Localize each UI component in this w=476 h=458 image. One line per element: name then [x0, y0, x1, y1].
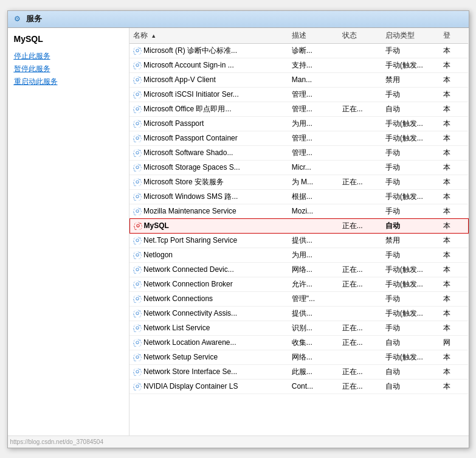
service-gear-icon [133, 178, 142, 186]
cell-startup: 手动 [382, 160, 440, 175]
service-name-text: Network Setup Service [143, 353, 218, 361]
cell-name: Network Store Interface Se... [129, 364, 288, 379]
sidebar-service-name: MySQL [14, 34, 123, 44]
cell-log: 本 [440, 102, 468, 116]
table-row[interactable]: Network Connection Broker允许...正在...手动(触发… [129, 277, 468, 291]
cell-desc: Cont... [288, 379, 339, 394]
table-row[interactable]: Microsoft (R) 诊断中心标准...诊断...手动本 [129, 43, 468, 58]
cell-status [339, 189, 382, 204]
cell-log: 本 [440, 160, 468, 175]
col-header-startup[interactable]: 启动类型 [382, 28, 440, 44]
cell-name: Microsoft Windows SMS 路... [129, 189, 288, 204]
cell-log: 本 [440, 145, 468, 160]
restart-service-link[interactable]: 重启动此服务 [14, 77, 123, 87]
table-row[interactable]: Microsoft Software Shado...管理...手动本 [129, 145, 468, 160]
cell-name: NVIDIA Display Container LS [129, 379, 288, 394]
cell-startup: 自动 [382, 218, 440, 233]
table-row[interactable]: Net.Tcp Port Sharing Service提供...禁用本 [129, 233, 468, 248]
cell-log: 本 [440, 218, 468, 233]
cell-status [339, 204, 382, 218]
cell-log: 本 [440, 350, 468, 364]
cell-log: 本 [440, 58, 468, 72]
table-row[interactable]: Network List Service识别...正在...手动本 [129, 321, 468, 335]
cell-startup: 手动(触发... [382, 116, 440, 131]
cell-desc: 此服... [288, 364, 339, 379]
cell-desc: 管理... [288, 87, 339, 102]
cell-startup: 禁用 [382, 233, 440, 248]
service-gear-icon [133, 75, 142, 84]
service-name-text: Microsoft Software Shado... [143, 148, 233, 157]
cell-log: 本 [440, 291, 468, 306]
table-row[interactable]: MySQL正在...自动本 [129, 218, 468, 233]
cell-status [339, 248, 382, 262]
service-name-text: Netlogon [143, 251, 173, 259]
service-gear-icon [133, 163, 142, 172]
service-gear-icon [133, 353, 142, 361]
service-name-text: Microsoft Passport [143, 119, 204, 128]
cell-status: 正在... [339, 335, 382, 350]
table-row[interactable]: Microsoft Passport为用...手动(触发...本 [129, 116, 468, 131]
cell-log: 本 [440, 277, 468, 291]
table-row[interactable]: Microsoft Store 安装服务为 M...正在...手动本 [129, 175, 468, 189]
table-scroll[interactable]: 名称 ▲ 描述 状态 启动类型 [129, 28, 469, 435]
col-header-status[interactable]: 状态 [339, 28, 382, 44]
cell-name: Net.Tcp Port Sharing Service [129, 233, 288, 248]
service-name-text: NVIDIA Display Container LS [143, 382, 238, 390]
cell-desc: 管理... [288, 145, 339, 160]
pause-service-link[interactable]: 暂停此服务 [14, 64, 123, 74]
cell-log: 网 [440, 335, 468, 350]
col-header-name[interactable]: 名称 ▲ [129, 28, 288, 44]
cell-log: 本 [440, 43, 468, 58]
table-row[interactable]: Network Setup Service网络...手动(触发...本 [129, 350, 468, 364]
table-row[interactable]: Network Connectivity Assis...提供...手动(触发.… [129, 306, 468, 321]
table-row[interactable]: NVIDIA Display Container LSCont...正在...自… [129, 379, 468, 394]
service-gear-icon [133, 294, 142, 303]
table-row[interactable]: Network Store Interface Se...此服...正在...自… [129, 364, 468, 379]
cell-name: Microsoft iSCSI Initiator Ser... [129, 87, 288, 102]
cell-startup: 手动 [382, 248, 440, 262]
table-row[interactable]: Microsoft App-V ClientMan...禁用本 [129, 72, 468, 87]
table-row[interactable]: Microsoft Passport Container管理...手动(触发..… [129, 131, 468, 145]
table-row[interactable]: Microsoft Office 即点即用...管理...正在...自动本 [129, 102, 468, 116]
cell-startup: 手动 [382, 87, 440, 102]
service-name-text: Microsoft Store 安装服务 [143, 178, 224, 186]
service-gear-icon [133, 61, 142, 69]
table-row[interactable]: Mozilla Maintenance ServiceMozi...手动本 [129, 204, 468, 218]
table-row[interactable]: Microsoft Storage Spaces S...Micr...手动本 [129, 160, 468, 175]
table-row[interactable]: Microsoft Account Sign-in ...支持...手动(触发.… [129, 58, 468, 72]
table-row[interactable]: Network Location Awarene...收集...正在...自动网 [129, 335, 468, 350]
cell-desc: Man... [288, 72, 339, 87]
cell-status [339, 306, 382, 321]
service-name-text: Network Connectivity Assis... [143, 309, 237, 317]
cell-name: Network List Service [129, 321, 288, 335]
service-gear-icon [133, 105, 142, 113]
cell-status [339, 72, 382, 87]
service-gear-icon [133, 309, 142, 317]
service-gear-icon [133, 251, 142, 259]
col-header-log[interactable]: 登 [440, 28, 468, 44]
cell-log: 本 [440, 321, 468, 335]
cell-desc [288, 218, 339, 233]
table-row[interactable]: Network Connected Devic...网络...正在...手动(触… [129, 262, 468, 277]
cell-desc: 诊断... [288, 43, 339, 58]
cell-startup: 自动 [382, 102, 440, 116]
table-row[interactable]: Microsoft Windows SMS 路...根据...手动(触发...本 [129, 189, 468, 204]
cell-status: 正在... [339, 102, 382, 116]
cell-desc: 管理"... [288, 291, 339, 306]
cell-name: Network Setup Service [129, 350, 288, 364]
service-name-text: Microsoft Office 即点即用... [143, 105, 231, 113]
col-header-desc[interactable]: 描述 [288, 28, 339, 44]
table-row[interactable]: Network Connections管理"...手动本 [129, 291, 468, 306]
cell-name: Microsoft Software Shado... [129, 145, 288, 160]
cell-name: Microsoft Office 即点即用... [129, 102, 288, 116]
table-row[interactable]: Netlogon为用...手动本 [129, 248, 468, 262]
cell-startup: 手动(触发... [382, 277, 440, 291]
service-gear-icon [133, 280, 142, 288]
cell-startup: 手动 [382, 204, 440, 218]
cell-status: 正在... [339, 379, 382, 394]
services-window: ⚙ 服务 MySQL 停止此服务 暂停此服务 重启动此服务 名称 ▲ [7, 10, 469, 448]
cell-startup: 自动 [382, 335, 440, 350]
cell-status: 正在... [339, 277, 382, 291]
table-row[interactable]: Microsoft iSCSI Initiator Ser...管理...手动本 [129, 87, 468, 102]
stop-service-link[interactable]: 停止此服务 [14, 51, 123, 61]
